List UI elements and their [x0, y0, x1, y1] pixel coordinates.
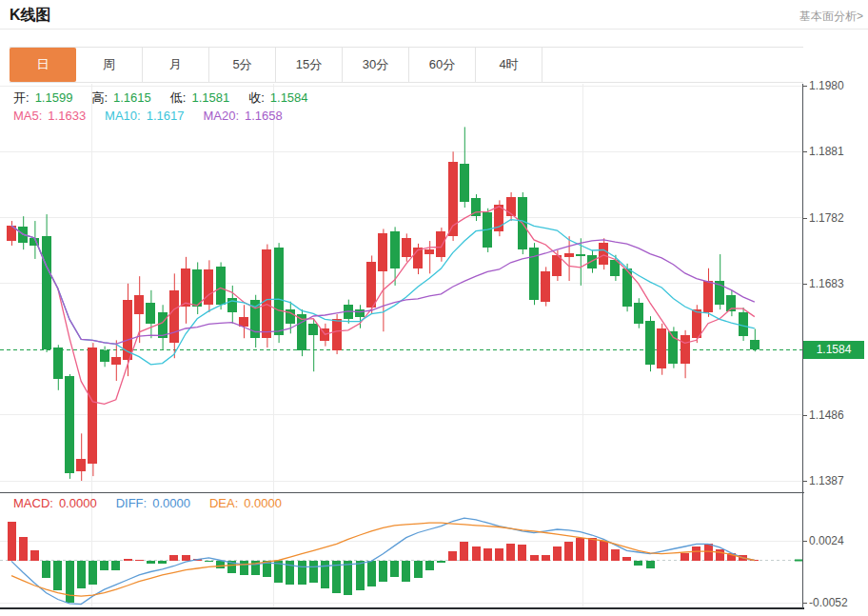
axis-tick-label: 1.1387	[809, 474, 844, 487]
tab-4hour[interactable]: 4时	[476, 48, 542, 82]
macd-bar	[692, 546, 700, 561]
ma-label: MA5:	[13, 109, 42, 123]
macd-bar	[611, 549, 620, 560]
macd-bar	[182, 555, 190, 560]
tab-5min[interactable]: 5分	[209, 48, 276, 82]
macd-label: MACD:	[13, 496, 53, 510]
macd-bar	[460, 542, 468, 561]
candle-body	[274, 248, 284, 335]
header-divider	[0, 29, 868, 30]
candle-body	[576, 254, 585, 256]
axis-tick-label: 1.1683	[809, 277, 844, 290]
candle-body	[541, 271, 550, 301]
page-title: K线图	[10, 6, 51, 26]
candle-body	[204, 269, 213, 305]
axis-tick-label: -0.0052	[809, 596, 848, 609]
macd-value: 0.0000	[244, 496, 282, 510]
candle-body	[378, 233, 387, 271]
macd-bar	[495, 548, 503, 561]
macd-bar	[530, 555, 539, 561]
axis-tick	[802, 86, 807, 87]
candle-body	[239, 317, 248, 327]
ma-item-1: MA10:1.1617	[105, 109, 189, 123]
macd-value: 0.0000	[152, 496, 190, 510]
chart-bottom-axis	[0, 607, 804, 609]
ohlc-label: 开:	[13, 90, 30, 105]
macd-bar	[367, 561, 376, 586]
macd-bar	[298, 561, 306, 586]
macd-bar	[437, 561, 445, 564]
macd-bar	[518, 545, 526, 560]
macd-bar	[89, 561, 97, 586]
candle-body	[216, 267, 226, 305]
candle-body	[192, 269, 202, 307]
candle-body	[390, 231, 400, 268]
tab-30min[interactable]: 30分	[343, 48, 409, 82]
macd-bar	[483, 548, 492, 561]
macd-bar	[205, 561, 213, 563]
candle-body	[355, 309, 365, 317]
axis-tick-label: 1.1486	[809, 408, 844, 422]
tab-month[interactable]: 月	[143, 48, 209, 82]
macd-bar	[147, 561, 155, 564]
macd-bar	[286, 561, 294, 586]
macd-bar	[576, 538, 584, 560]
macd-bar	[100, 561, 108, 570]
macd-legend: MACD:0.0000DIFF:0.0000DEA:0.0000	[13, 496, 301, 510]
candle-body	[657, 328, 666, 368]
tab-day[interactable]: 日	[10, 48, 76, 82]
macd-bar	[19, 537, 28, 561]
candle-body	[262, 249, 271, 338]
axis-tick	[802, 603, 807, 604]
candle-body	[88, 348, 97, 464]
macd-bar	[390, 561, 399, 577]
ohlc-label: 收:	[248, 90, 265, 105]
candle-body	[308, 324, 318, 335]
macd-bar	[344, 561, 352, 596]
ohlc-value: 1.1599	[35, 90, 73, 105]
ma-label: MA20:	[203, 109, 239, 123]
ma-value: 1.1617	[147, 109, 185, 123]
macd-bar	[66, 561, 74, 603]
fundamental-analysis-link[interactable]: 基本面分析>	[799, 9, 863, 25]
axis-tick	[802, 415, 807, 416]
ohlc-label: 高:	[91, 90, 108, 105]
candle-body	[111, 357, 121, 365]
macd-bar	[600, 541, 608, 560]
macd-bar	[564, 542, 573, 561]
ma-legend: MA5:1.1633MA10:1.1617MA20:1.1658	[13, 109, 302, 123]
candle-body	[181, 268, 190, 308]
macd-bar	[53, 561, 62, 591]
macd-bar	[240, 561, 248, 575]
ma-value: 1.1633	[48, 109, 86, 123]
ohlc-item-3: 收:1.1584	[248, 89, 313, 107]
axis-tick	[802, 218, 807, 219]
tab-60min[interactable]: 60分	[409, 48, 476, 82]
candle-body	[123, 300, 132, 360]
macd-bar	[553, 546, 562, 561]
candle-body	[750, 340, 760, 349]
candle-body	[65, 376, 74, 473]
tab-week[interactable]: 周	[76, 48, 143, 82]
candle-body	[332, 319, 342, 350]
tab-15min[interactable]: 15分	[276, 48, 343, 82]
macd-bar	[124, 559, 132, 561]
candle-body	[402, 238, 411, 257]
axis-tick-label: 1.1782	[809, 211, 844, 225]
macd-bar	[622, 557, 631, 560]
candle-body	[42, 236, 51, 349]
macd-bar	[402, 561, 410, 582]
axis-tick-label: 1.1980	[809, 79, 844, 92]
axis-tick	[802, 481, 807, 482]
macd-bar	[135, 560, 144, 561]
macd-bar	[506, 544, 515, 561]
candle-body	[436, 231, 445, 257]
macd-label: DEA:	[209, 496, 238, 510]
macd-item-0: MACD:0.0000	[13, 496, 103, 510]
candlestick-chart[interactable]	[0, 84, 804, 492]
candle-body	[681, 335, 690, 364]
candle-body	[599, 243, 608, 265]
pane-divider	[0, 492, 804, 493]
macd-bar	[542, 555, 550, 560]
ohlc-value: 1.1581	[191, 90, 229, 105]
